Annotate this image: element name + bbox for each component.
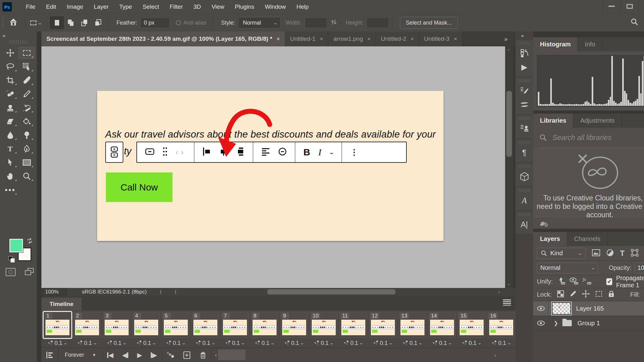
frame-box[interactable]: 1 — [44, 312, 71, 338]
menu-type[interactable]: Type — [114, 0, 137, 14]
paint-bucket-tool[interactable] — [18, 115, 35, 127]
zoom-tool[interactable] — [18, 170, 35, 182]
delete-frame-button[interactable] — [195, 348, 211, 362]
tab-overflow-icon[interactable]: » — [504, 31, 507, 46]
style-select[interactable]: Normal ⌄ — [238, 17, 281, 28]
frame-delay-select[interactable]: 0.1⌄ — [309, 339, 339, 347]
blend-mode-select[interactable]: Normal ⌄ — [537, 263, 598, 273]
frame-box[interactable]: 7 — [221, 312, 249, 338]
document-tab-2[interactable]: arrow1.png× — [328, 31, 376, 46]
close-tab-icon[interactable]: × — [454, 36, 457, 42]
timeline-frame-10[interactable]: 100.1⌄ — [309, 312, 339, 346]
path-selection-tool[interactable] — [2, 157, 18, 168]
frame-box[interactable]: 3 — [103, 312, 130, 338]
filter-adjustment-icon[interactable] — [606, 249, 614, 258]
opacity-value[interactable]: 100% — [635, 263, 644, 273]
frame-box[interactable]: 10 — [310, 312, 338, 338]
brush-tool[interactable] — [18, 88, 35, 100]
frame-delay-select[interactable]: 0.1⌄ — [43, 339, 72, 347]
collapse-panels-icon[interactable]: « — [521, 33, 523, 39]
frame-delay-select[interactable]: 0.1⌄ — [339, 339, 368, 347]
3d-panel-icon[interactable] — [515, 170, 533, 183]
scroll-up-icon[interactable]: ⌃ — [507, 48, 511, 53]
convert-to-video-timeline-button[interactable] — [41, 348, 58, 362]
frame-box[interactable]: 6 — [192, 312, 219, 338]
menu-edit[interactable]: Edit — [41, 0, 62, 14]
panel-menu-icon[interactable] — [503, 299, 511, 306]
status-chevron-right2-icon[interactable]: › — [498, 289, 500, 294]
layer-thumbnail[interactable]: ↙ — [552, 303, 571, 314]
libraries-search[interactable]: Search all libraries — [533, 128, 644, 148]
frame-box[interactable]: 9 — [280, 312, 308, 338]
frame-box[interactable]: 11 — [339, 312, 367, 338]
timeline-frame-6[interactable]: 60.1⌄ — [191, 312, 220, 346]
history-brush-tool[interactable] — [18, 102, 35, 114]
move-tool[interactable] — [2, 47, 18, 59]
frame-delay-select[interactable]: 0.1⌄ — [279, 339, 309, 347]
spot-healing-brush-tool[interactable] — [2, 88, 18, 100]
selection-mode-new[interactable] — [50, 16, 64, 29]
history-panel-icon[interactable] — [515, 46, 533, 60]
selection-mode-subtract[interactable] — [78, 16, 91, 29]
frame-delay-select[interactable]: 0.1⌄ — [131, 339, 161, 347]
selection-mode-intersect[interactable] — [91, 16, 105, 29]
minimize-button[interactable] — [602, 0, 620, 12]
previous-frame-button[interactable]: ▶ — [118, 348, 133, 362]
type-tool[interactable]: T — [2, 143, 18, 155]
timeline-frame-3[interactable]: 30.1⌄ — [102, 312, 131, 346]
status-chevron-left-icon[interactable]: ⟨ — [175, 289, 177, 295]
unify-visibility-icon[interactable] — [569, 277, 578, 286]
cloud-offline-icon[interactable] — [539, 220, 549, 227]
feather-input[interactable] — [140, 17, 170, 28]
visibility-cell[interactable] — [533, 301, 549, 316]
default-colors-icon[interactable] — [8, 256, 15, 263]
brush-settings-panel-icon[interactable] — [515, 84, 533, 98]
document-tab-0[interactable]: Screencast at September 28th 2023 - 2.40… — [41, 31, 285, 46]
timeline-frame-13[interactable]: 130.1⌄ — [398, 312, 427, 346]
timeline-frame-14[interactable]: 140.1⌄ — [427, 312, 457, 346]
tab-channels[interactable]: Channels — [567, 232, 608, 246]
menu-window[interactable]: Window — [259, 0, 291, 14]
filter-image-icon[interactable] — [592, 249, 600, 257]
brushes-panel-icon[interactable] — [515, 98, 533, 111]
menu-file[interactable]: File — [21, 0, 41, 14]
frame-box[interactable]: 13 — [399, 312, 426, 338]
timeline-frame-7[interactable]: 70.1⌄ — [220, 312, 250, 346]
layer-name[interactable]: Layer 165 — [576, 305, 604, 312]
swap-colors-icon[interactable] — [27, 238, 33, 245]
antialias-checkbox[interactable] — [176, 20, 181, 25]
frame-box[interactable]: 14 — [428, 312, 456, 338]
collapse-dock-icon[interactable]: « — [2, 33, 5, 39]
frame-delay-select[interactable]: 0.1⌄ — [191, 339, 220, 347]
frame-box[interactable]: 16 — [487, 312, 515, 338]
timeline-scroll-right-icon[interactable]: › — [495, 353, 496, 358]
tab-layers[interactable]: Layers — [533, 232, 567, 246]
menu-help[interactable]: Help — [291, 0, 314, 14]
unify-style-icon[interactable]: fx — [582, 277, 591, 286]
paragraph-panel-icon[interactable]: ¶ — [515, 146, 533, 159]
close-button[interactable] — [638, 0, 644, 12]
close-tab-icon[interactable]: × — [367, 36, 371, 42]
document-tab-4[interactable]: Untitled-3× — [419, 31, 462, 46]
pen-tool[interactable] — [18, 143, 35, 155]
frame-box[interactable]: 12 — [369, 312, 397, 338]
filter-kind-select[interactable]: Kind ⌄ — [537, 248, 586, 259]
lock-all-icon[interactable] — [608, 290, 615, 299]
tool-preset-marquee[interactable]: ⌄ — [28, 19, 44, 26]
home-icon[interactable] — [9, 18, 17, 28]
dodge-tool[interactable] — [18, 129, 35, 141]
search-icon[interactable] — [630, 18, 638, 27]
frame-delay-select[interactable]: 0.1⌄ — [102, 339, 131, 347]
rectangular-marquee-tool[interactable] — [18, 47, 35, 59]
visibility-cell[interactable] — [533, 316, 549, 330]
frame-box[interactable]: 5 — [162, 312, 190, 338]
foreground-color-swatch[interactable] — [9, 239, 23, 252]
timeline-tab[interactable]: Timeline — [41, 298, 82, 311]
clone-stamp-tool[interactable] — [2, 102, 18, 114]
timeline-frame-4[interactable]: 40.1⌄ — [131, 312, 161, 346]
timeline-frame-12[interactable]: 120.1⌄ — [368, 312, 398, 346]
timeline-frame-9[interactable]: 90.1⌄ — [279, 312, 309, 346]
canvas-vertical-scrollbar[interactable]: ⌃ ⌄ — [505, 46, 513, 288]
frame-box[interactable]: 8 — [251, 312, 278, 338]
timeline-frame-8[interactable]: 80.1⌄ — [250, 312, 279, 346]
